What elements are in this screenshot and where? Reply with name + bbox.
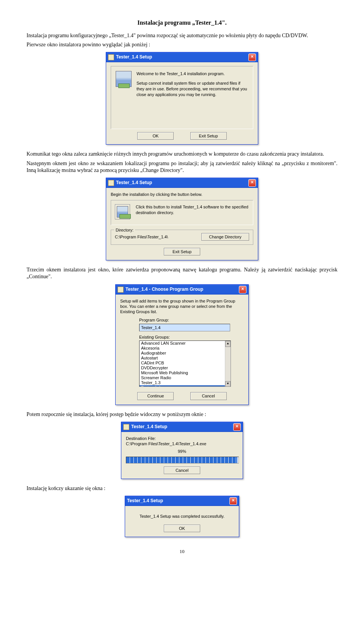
hint-text: Click this button to install Tester_1.4 … xyxy=(136,204,249,216)
paragraph: Instalację kończy ukazanie się okna : xyxy=(27,485,337,492)
paragraph: Instalacja programu konfiguracyjnego „Te… xyxy=(27,32,337,39)
setup-window-welcome: Tester_1.4 Setup × Welcome to the Tester… xyxy=(106,52,258,145)
app-icon xyxy=(108,180,114,186)
change-directory-button[interactable]: Change Directory xyxy=(201,233,249,241)
list-item[interactable]: CADint PCB xyxy=(140,361,231,366)
welcome-text: Welcome to the Tester_1.4 installation p… xyxy=(136,71,248,77)
paragraph: Pierwsze okno instalatora powinno wygląd… xyxy=(27,41,337,48)
ok-button[interactable]: OK xyxy=(137,132,174,140)
close-icon[interactable]: × xyxy=(229,497,237,505)
destination-path: C:\Program Files\Tester_1.4\Tester_1.4.e… xyxy=(126,441,238,446)
list-item[interactable]: DVDDecrypter xyxy=(140,366,231,370)
existing-groups-list[interactable]: Advanced LAN ScannerAkcesoriaAudiograbbe… xyxy=(139,340,231,387)
window-title: Tester_1.4 Setup xyxy=(116,180,152,186)
list-item[interactable]: Autostart xyxy=(140,356,231,361)
list-item[interactable]: Audiograbber xyxy=(140,351,231,356)
setup-window-progress: Tester_1.4 Setup × Destination File: C:\… xyxy=(121,422,243,479)
directory-path: C:\Program Files\Tester_1.4\ xyxy=(115,234,168,240)
description-text: Setup will add items to the group shown … xyxy=(120,298,244,315)
window-title: Tester_1.4 Setup xyxy=(127,498,163,504)
list-item[interactable]: Advanced LAN Scanner xyxy=(140,341,231,346)
titlebar: Tester_1.4 - Choose Program Group × xyxy=(116,285,248,295)
install-icon-button[interactable] xyxy=(115,204,130,219)
window-title: Tester_1.4 - Choose Program Group xyxy=(126,287,203,293)
app-icon xyxy=(118,287,124,293)
page-title: Instalacja programu „Tester_1.4". xyxy=(27,19,337,27)
titlebar: Tester_1.4 Setup × xyxy=(106,52,258,62)
exit-setup-button[interactable]: Exit Setup xyxy=(190,132,227,140)
setup-window-program-group: Tester_1.4 - Choose Program Group × Setu… xyxy=(115,284,249,405)
paragraph: Następnym oknem jest okno ze wskazaniem … xyxy=(27,160,337,174)
setup-window-complete: Tester_1.4 Setup × Tester_1.4 Setup was … xyxy=(125,496,239,537)
titlebar: Tester_1.4 Setup × xyxy=(106,178,258,188)
titlebar: Tester_1.4 Setup × xyxy=(125,496,239,506)
scroll-down-icon[interactable]: ▼ xyxy=(225,381,231,387)
exit-setup-button[interactable]: Exit Setup xyxy=(164,248,200,255)
destination-label: Destination File: xyxy=(126,436,238,441)
ok-button[interactable]: OK xyxy=(164,525,200,532)
close-icon[interactable]: × xyxy=(248,54,256,61)
continue-button[interactable]: Continue xyxy=(137,392,174,400)
paragraph: Potem rozpocznie się instalacja, której … xyxy=(27,411,337,418)
window-title: Tester_1.4 Setup xyxy=(116,54,152,60)
paragraph: Trzecim oknem instalatora jest okno, któ… xyxy=(27,266,337,280)
close-icon[interactable]: × xyxy=(233,423,241,431)
progress-bar xyxy=(126,457,239,463)
paragraph: Komunikat tego okna zaleca zamknięcie ró… xyxy=(27,151,337,158)
list-item[interactable]: Tester_1.4 xyxy=(140,385,231,387)
program-group-input[interactable]: Tester_1.4 xyxy=(139,324,230,331)
scrollbar[interactable]: ▲ ▼ xyxy=(225,341,231,386)
installer-icon xyxy=(116,71,132,87)
cancel-button[interactable]: Cancel xyxy=(190,392,227,400)
close-icon[interactable]: × xyxy=(248,179,256,187)
success-message: Tester_1.4 Setup was completed successfu… xyxy=(130,514,234,519)
cancel-button[interactable]: Cancel xyxy=(164,467,200,474)
titlebar: Tester_1.4 Setup × xyxy=(121,422,243,432)
info-text: Setup cannot install system files or upd… xyxy=(136,80,248,98)
close-icon[interactable]: × xyxy=(239,286,246,293)
list-item[interactable]: Tester_1.3 xyxy=(140,380,231,385)
window-title: Tester_1.4 Setup xyxy=(131,424,167,430)
scroll-up-icon[interactable]: ▲ xyxy=(225,341,231,347)
setup-window-directory: Tester_1.4 Setup × Begin the installatio… xyxy=(106,178,258,260)
instruction-text: Begin the installation by clicking the b… xyxy=(111,192,253,197)
list-item[interactable]: Screamer Radio xyxy=(140,375,231,380)
list-item[interactable]: Akcesoria xyxy=(140,346,231,351)
app-icon xyxy=(108,54,114,60)
existing-groups-label: Existing Groups: xyxy=(139,334,244,340)
page-number: 10 xyxy=(27,548,337,555)
program-group-label: Program Group: xyxy=(139,317,244,323)
progress-percent: 99% xyxy=(126,449,238,454)
list-item[interactable]: Microsoft Web Publishing xyxy=(140,370,231,375)
app-icon xyxy=(123,424,129,430)
directory-label: Directory: xyxy=(114,227,135,233)
